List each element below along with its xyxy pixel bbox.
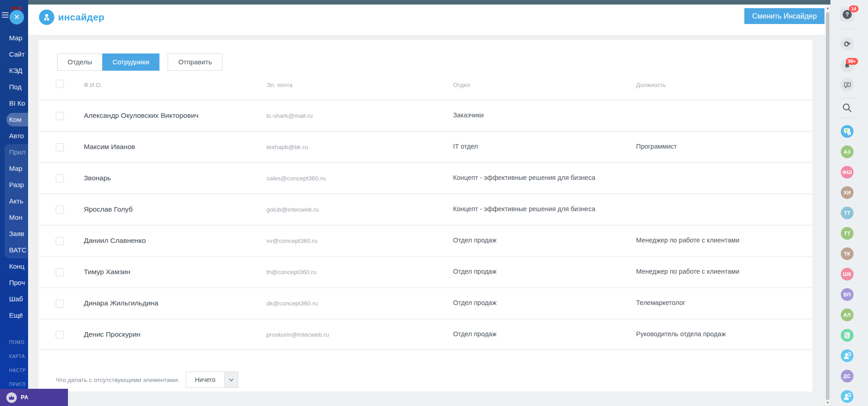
employee-name: Даниил Славненко bbox=[84, 237, 146, 245]
person-clock-avatar[interactable] bbox=[841, 390, 854, 403]
sidebar-item[interactable]: Мон bbox=[0, 209, 28, 226]
employee-email: sales@concept360.ru bbox=[266, 175, 326, 182]
user-avatar[interactable]: ТТ bbox=[841, 207, 854, 219]
user-avatar[interactable]: ФШ bbox=[841, 166, 854, 179]
tariff-label: РА bbox=[21, 394, 29, 401]
row-checkbox[interactable] bbox=[56, 237, 64, 245]
user-avatar[interactable]: АЗ bbox=[841, 145, 854, 158]
user-avatar[interactable]: ТТ bbox=[841, 227, 854, 240]
refresh-clock-icon: ⟳ bbox=[844, 39, 850, 49]
employee-name: Звонарь bbox=[84, 174, 111, 182]
row-checkbox[interactable] bbox=[56, 174, 64, 183]
sidebar-item[interactable]: BI Ко bbox=[0, 95, 28, 111]
missing-elements-label: Что делать с отсутствующими элементами: bbox=[56, 377, 179, 383]
employee-department: Отдел продаж bbox=[453, 237, 497, 244]
screen: инсайдер Сменить Инсайдер ОтделыСотрудни… bbox=[0, 0, 868, 406]
tariff-widget[interactable]: РА bbox=[0, 389, 68, 406]
slider-scrollbar[interactable]: ▲ ▼ bbox=[825, 5, 830, 406]
right-rail: ? 14 ⟳ 99+ bbox=[830, 0, 868, 406]
chat-sync-button[interactable] bbox=[840, 78, 854, 92]
column-header-department: Отдел bbox=[453, 82, 470, 88]
person-clock-icon bbox=[842, 392, 852, 401]
scrollbar-thumb[interactable] bbox=[826, 12, 829, 400]
sidebar-item[interactable]: Ком bbox=[0, 111, 28, 128]
user-avatar[interactable]: ТК bbox=[841, 247, 854, 260]
search-icon bbox=[842, 102, 853, 113]
slider-header: инсайдер Сменить Инсайдер bbox=[28, 5, 830, 35]
tab-bar: ОтделыСотрудникиОтправить bbox=[57, 53, 222, 71]
table-row: Максим Иванов texhapb@bk.ru IT отдел Про… bbox=[39, 131, 812, 162]
sidebar-item[interactable]: Ещё bbox=[0, 307, 28, 324]
help-badge: 14 bbox=[849, 5, 858, 12]
table-row: Тимур Хамзин th@concept360.ru Отдел прод… bbox=[39, 256, 812, 287]
sidebar-item[interactable]: Мар bbox=[0, 30, 28, 46]
hamburger-menu-icon[interactable] bbox=[2, 12, 9, 19]
employee-department: Заказчики bbox=[453, 111, 484, 119]
crown-icon bbox=[6, 392, 17, 403]
employee-position: Программист bbox=[636, 143, 677, 150]
search-button[interactable] bbox=[842, 102, 854, 114]
user-avatar[interactable]: ХИ bbox=[841, 186, 854, 199]
site-logo-fragment bbox=[19, 7, 22, 10]
user-avatar[interactable]: ШК bbox=[841, 268, 854, 280]
chat-sync-icon bbox=[844, 81, 851, 89]
select-value[interactable]: Ничего bbox=[186, 372, 224, 387]
sidebar-item[interactable]: Разр bbox=[0, 177, 28, 193]
row-checkbox[interactable] bbox=[56, 300, 64, 308]
sidebar-item[interactable]: КЭД bbox=[0, 63, 28, 79]
tab[interactable]: Отделы bbox=[57, 53, 102, 71]
employee-department: Отдел продаж bbox=[453, 268, 497, 275]
close-slider-button[interactable]: ✕ bbox=[10, 10, 24, 24]
sidebar-item[interactable]: Акть bbox=[0, 193, 28, 209]
employee-name: Максим Иванов bbox=[84, 143, 135, 151]
sidebar-item[interactable]: Под bbox=[0, 79, 28, 95]
change-insider-button[interactable]: Сменить Инсайдер bbox=[744, 8, 825, 24]
sidebar-item[interactable]: Прил bbox=[0, 144, 28, 160]
user-avatar[interactable]: АЛ bbox=[841, 309, 854, 321]
table-row: Динара Жильгильдина dk@concept360.ru Отд… bbox=[39, 287, 812, 319]
employee-department: Отдел продаж bbox=[453, 330, 497, 338]
missing-elements-select[interactable]: Ничего bbox=[186, 372, 238, 388]
content-card: ОтделыСотрудникиОтправить Ф.И.О. Эл. поч… bbox=[39, 40, 812, 392]
column-header-position: Должность bbox=[636, 82, 666, 88]
employee-email: dk@concept360.ru bbox=[266, 300, 318, 307]
scroll-down-icon[interactable]: ▼ bbox=[825, 401, 830, 404]
table-row: Денис Проскурин proskurin@intecweb.ru От… bbox=[39, 319, 812, 350]
tab[interactable]: Отправить bbox=[168, 53, 222, 71]
scroll-up-icon[interactable]: ▲ bbox=[825, 6, 830, 10]
livechat-avatar[interactable] bbox=[841, 125, 854, 138]
user-avatar[interactable]: ДС bbox=[841, 370, 854, 382]
updates-button[interactable]: ⟳ bbox=[840, 37, 854, 51]
row-checkbox[interactable] bbox=[56, 331, 64, 339]
table-header: Ф.И.О. Эл. почта Отдел Должность bbox=[39, 73, 812, 100]
user-avatar[interactable]: ВП bbox=[841, 288, 854, 301]
column-header-email: Эл. почта bbox=[266, 82, 293, 88]
select-all-checkbox[interactable] bbox=[56, 80, 64, 88]
news-avatar[interactable] bbox=[841, 329, 854, 342]
sidebar-item[interactable]: Сайт bbox=[0, 46, 28, 63]
sidebar-footer-item[interactable]: КАРТА bbox=[0, 349, 28, 363]
sidebar-item[interactable]: Конц bbox=[0, 258, 28, 275]
person-clock-avatar[interactable] bbox=[841, 349, 854, 362]
row-checkbox[interactable] bbox=[56, 268, 64, 276]
employee-email: th@concept360.ru bbox=[266, 269, 317, 276]
employee-position: Менеджер по работе с клиентами bbox=[636, 268, 739, 275]
sidebar-footer-item[interactable]: НАСТР bbox=[0, 363, 28, 377]
sidebar-item[interactable]: ВАТС bbox=[0, 242, 28, 258]
sidebar-item[interactable]: Шаб bbox=[0, 291, 28, 307]
tab[interactable]: Сотрудники bbox=[102, 53, 159, 71]
row-checkbox[interactable] bbox=[56, 206, 64, 214]
chevron-down-icon[interactable] bbox=[224, 372, 238, 387]
employee-name: Александр Окуловских Викторович bbox=[84, 111, 198, 120]
sidebar-item[interactable]: Проч bbox=[0, 275, 28, 291]
top-bar bbox=[0, 0, 868, 5]
sidebar-item[interactable]: Заяв bbox=[0, 226, 28, 242]
column-header-name: Ф.И.О. bbox=[84, 82, 102, 88]
sidebar-item[interactable]: Мар bbox=[0, 160, 28, 177]
sidebar-footer-item[interactable]: ПОМО bbox=[0, 335, 28, 349]
row-checkbox[interactable] bbox=[56, 112, 64, 120]
card-footer: Что делать с отсутствующими элементами: … bbox=[39, 368, 812, 392]
sidebar-item[interactable]: Авто bbox=[0, 128, 28, 144]
contact-avatar-list: АЗФШХИТТТТТКШКВПАЛ ДС bbox=[841, 125, 854, 403]
row-checkbox[interactable] bbox=[56, 143, 64, 151]
